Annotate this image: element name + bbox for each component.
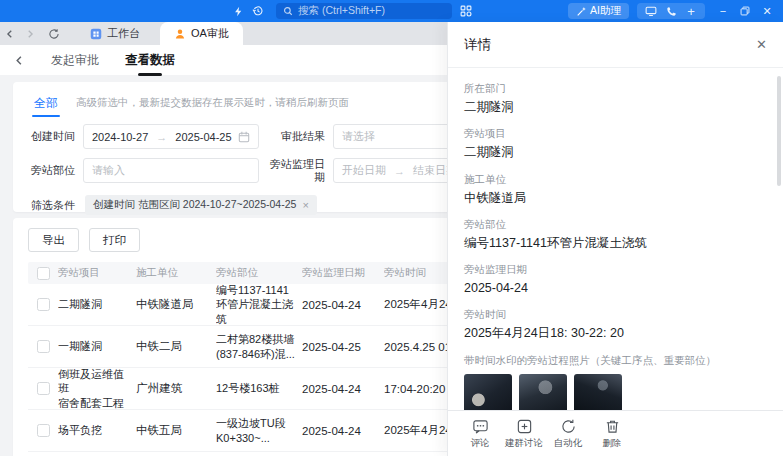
workbench-icon <box>90 28 102 40</box>
row-checkbox[interactable] <box>37 298 50 311</box>
table-row[interactable]: 一期隧洞 中铁二局 二村第82楼拱墙 (837-846环)混... 2025-0… <box>28 326 447 368</box>
nav-back-icon[interactable] <box>0 22 20 45</box>
table-row[interactable]: 场平负挖 中铁五局 一级边坡TU段 K0+330~... 2025-04-24 … <box>28 410 447 452</box>
refresh-icon[interactable] <box>44 22 64 45</box>
magic-wand-icon <box>576 6 587 17</box>
titlebar-icon-group: + <box>637 3 705 19</box>
cell-contractor: 中铁五局 <box>136 423 216 438</box>
select-all-checkbox[interactable] <box>37 267 50 280</box>
restore-window-icon[interactable] <box>735 2 755 20</box>
row-checkbox[interactable] <box>37 424 50 437</box>
tab-oa-approval-label: OA审批 <box>191 26 229 41</box>
detail-field-part: 旁站部位 编号1137-1141环管片混凝土浇筑 <box>464 218 767 251</box>
table-row[interactable]: 倒班及运维值班 宿舍配套工程 广州建筑 12号楼163桩 2025-04-24 … <box>28 368 447 410</box>
approval-result-label: 审批结果 <box>267 130 325 143</box>
comment-icon <box>472 418 489 435</box>
data-table-card: 导出 打印 旁站项目 施工单位 旁站部位 旁站监理日期 旁站时间 二期隧洞 <box>13 218 447 456</box>
history-icon[interactable] <box>248 2 268 20</box>
station-part-input[interactable]: 请输入 <box>83 158 259 183</box>
filter-condition-tag-text: 创建时间 范围区间 2024-10-27~2025-04-25 <box>93 198 296 212</box>
remove-condition-icon[interactable]: × <box>302 199 308 211</box>
process-photo-thumbnail[interactable] <box>464 374 512 411</box>
filter-tab-all[interactable]: 全部 <box>28 95 64 112</box>
detail-panel: 详情 ✕ 所在部门 二期隧洞 旁站项目 二期隧洞 施工单位 中铁隧道局 旁站部位 <box>447 22 783 456</box>
add-icon[interactable]: + <box>681 2 701 20</box>
tab-oa-approval[interactable]: OA审批 <box>160 22 243 45</box>
detail-field-time: 旁站时间 2025年4月24日18: 30-22: 20 <box>464 308 767 341</box>
cell-date: 2025-04-24 <box>302 383 384 395</box>
station-part-placeholder: 请输入 <box>92 163 125 178</box>
cell-contractor: 中铁二局 <box>136 339 216 354</box>
person-icon <box>174 28 186 40</box>
search-placeholder: 搜索 (Ctrl+Shift+F) <box>298 4 385 18</box>
delete-label: 删除 <box>603 437 622 450</box>
search-icon <box>283 6 293 16</box>
back-chevron-icon[interactable] <box>14 55 25 66</box>
detail-field-supervise-date: 旁站监理日期 2025-04-24 <box>464 263 767 296</box>
delete-button[interactable]: 删除 <box>590 418 634 450</box>
close-window-icon[interactable]: ✕ <box>757 2 777 20</box>
table-row[interactable]: 场平负挖 中铁五局 一级边坡TU段 K0+330~... 2025-04-24 … <box>28 452 447 456</box>
filter-condition-tag: 创建时间 范围区间 2024-10-27~2025-04-25 × <box>85 195 317 215</box>
supervise-date-range-picker[interactable]: 开始日期 → 结束日期 <box>333 158 447 183</box>
apps-grid-icon[interactable] <box>456 2 476 20</box>
created-time-label: 创建时间 <box>29 130 75 143</box>
col-header: 旁站时间 <box>384 266 447 280</box>
process-photo-thumbnail[interactable] <box>574 374 622 411</box>
station-part-label: 旁站部位 <box>29 164 75 177</box>
delay-notice-text: 高级筛选中，最新提交数据存在展示延时，请稍后刷新页面 <box>76 96 349 110</box>
range-arrow: → <box>394 165 405 177</box>
process-photo-thumbnail[interactable] <box>519 374 567 411</box>
cell-time: 2025年4月24号15:0 <box>384 423 447 438</box>
results-table: 旁站项目 施工单位 旁站部位 旁站监理日期 旁站时间 二期隧洞 中铁隧道局 编号… <box>28 262 447 456</box>
col-header: 施工单位 <box>136 266 216 280</box>
detail-field-project: 旁站项目 二期隧洞 <box>464 127 767 160</box>
process-photos-label: 带时间水印的旁站过程照片（关键工序点、重要部位） <box>464 354 767 368</box>
page-header: 发起审批 查看数据 <box>0 45 447 75</box>
row-checkbox[interactable] <box>37 340 50 353</box>
created-time-range-picker[interactable]: 2024-10-27 → 2025-04-25 <box>83 124 259 149</box>
detail-field-department: 所在部门 二期隧洞 <box>464 82 767 115</box>
cell-part: 二村第82楼拱墙 (837-846环)混... <box>216 332 302 361</box>
tab-workbench[interactable]: 工作台 <box>76 22 154 45</box>
print-button[interactable]: 打印 <box>89 228 140 252</box>
comment-label: 评论 <box>471 437 490 450</box>
tab-initiate-approval[interactable]: 发起审批 <box>51 52 99 69</box>
cell-part: 一级边坡TU段 K0+330~... <box>216 416 302 445</box>
cell-time: 2025年4月24日18: <box>384 297 447 312</box>
approval-result-select[interactable]: 请选择 <box>333 124 447 149</box>
export-button[interactable]: 导出 <box>28 228 79 252</box>
cell-date: 2025-04-24 <box>302 425 384 437</box>
created-start-value: 2024-10-27 <box>92 131 148 143</box>
search-input[interactable]: 搜索 (Ctrl+Shift+F) <box>276 3 452 19</box>
supervise-end-placeholder: 结束日期 <box>413 163 447 178</box>
table-row[interactable]: 二期隧洞 中铁隧道局 编号1137-1141 环管片混凝土浇筑 2025-04-… <box>28 284 447 326</box>
detail-title: 详情 <box>464 36 491 54</box>
quick-actions-icon[interactable] <box>228 2 248 20</box>
cell-contractor: 中铁隧道局 <box>136 297 216 312</box>
cell-time: 2025.4.25 01:03-20 <box>384 341 447 353</box>
automation-button[interactable]: 自动化 <box>546 418 590 450</box>
row-checkbox[interactable] <box>37 382 50 395</box>
phone-call-icon[interactable] <box>661 2 681 20</box>
cell-project: 二期隧洞 <box>58 297 136 311</box>
cell-contractor: 广州建筑 <box>136 381 216 396</box>
left-workspace: 工作台 OA审批 发起审批 查看数据 全部 <box>0 22 447 456</box>
automation-icon <box>560 418 577 435</box>
ai-assistant-button[interactable]: AI助理 <box>568 3 629 19</box>
trash-icon <box>604 418 621 435</box>
detail-scrollbar[interactable] <box>777 76 781 186</box>
cell-project: 场平负挖 <box>58 423 136 437</box>
comment-button[interactable]: 评论 <box>458 418 502 450</box>
detail-body: 所在部门 二期隧洞 旁站项目 二期隧洞 施工单位 中铁隧道局 旁站部位 编号11… <box>448 69 783 410</box>
detail-footer: 评论 建群讨论 自动化 <box>448 410 783 456</box>
close-detail-icon[interactable]: ✕ <box>756 37 767 52</box>
tab-view-data[interactable]: 查看数据 <box>125 52 175 69</box>
screen-share-icon[interactable] <box>641 2 661 20</box>
col-header: 旁站部位 <box>216 266 302 280</box>
create-group-discussion-button[interactable]: 建群讨论 <box>502 418 546 450</box>
filter-card: 全部 高级筛选中，最新提交数据存在展示延时，请稍后刷新页面 创建时间 2024-… <box>13 82 447 212</box>
document-tabbar: 工作台 OA审批 <box>0 22 447 45</box>
minimize-icon[interactable]: − <box>713 2 733 20</box>
nav-forward-icon[interactable] <box>20 22 40 45</box>
